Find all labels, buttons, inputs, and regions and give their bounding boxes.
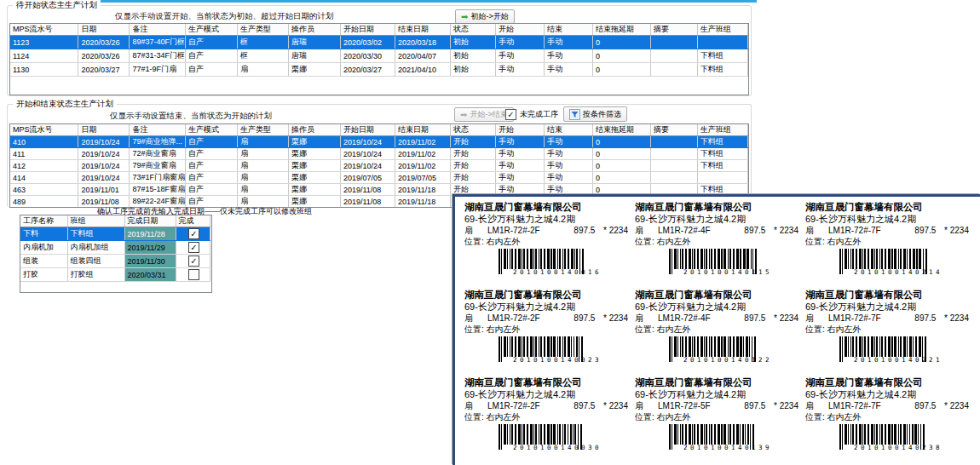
grid-cell[interactable]: 唐瑞	[288, 36, 340, 49]
grid-cell[interactable]: 扇	[238, 63, 289, 77]
grid-cell[interactable]: 87#31-34F门框	[130, 49, 186, 63]
column-header[interactable]: 开始日期	[340, 24, 395, 36]
column-header[interactable]: 生产班组	[697, 124, 747, 136]
column-header[interactable]: 工序名称	[20, 215, 67, 227]
column-header[interactable]: 日期	[78, 24, 130, 36]
grid-cell[interactable]: 2019/11/01	[78, 184, 130, 196]
grid-cell[interactable]: 2019/11/08	[340, 196, 395, 208]
grid-cell[interactable]: 手动	[544, 160, 592, 172]
grid-cell[interactable]	[650, 63, 697, 77]
grid-cell[interactable]: 初始	[450, 36, 495, 49]
grid-cell[interactable]: 下料组	[697, 49, 747, 63]
column-header[interactable]: 生产模式	[186, 124, 238, 136]
column-header[interactable]: 结束	[544, 24, 592, 36]
done-checkbox[interactable]	[188, 269, 199, 280]
grid-cell[interactable]: 栗娜	[288, 136, 340, 148]
grid-cell[interactable]: 自产	[186, 136, 238, 148]
column-header[interactable]: 摘要	[650, 24, 697, 36]
grid-cell[interactable]: 1123	[10, 36, 78, 49]
grid-cell[interactable]: 2020/03/26	[78, 49, 130, 63]
column-header[interactable]: 班组	[67, 215, 124, 227]
grid-cell[interactable]: 自产	[186, 36, 238, 49]
grid-cell[interactable]: 412	[10, 160, 78, 172]
column-header[interactable]: 备注	[130, 24, 186, 36]
grid-cell[interactable]: 扇	[238, 148, 289, 160]
column-header[interactable]: 状态	[450, 24, 495, 36]
column-header[interactable]: 备注	[130, 124, 186, 136]
column-header[interactable]: 结束	[544, 124, 592, 136]
table-row[interactable]: 组装组装四组2019/11/30✓	[20, 255, 210, 268]
grid-cell[interactable]: 2019/11/02	[395, 136, 450, 148]
grid-cell[interactable]: 组装四组	[67, 255, 124, 268]
table-row[interactable]: 4122019/10/2479#商业窗扇自产扇栗娜2019/10/242019/…	[10, 160, 748, 172]
grid-cell[interactable]	[650, 148, 697, 160]
column-header[interactable]: 结束拖延期	[592, 124, 650, 136]
grid-cell[interactable]: 内扇机加组	[67, 241, 124, 255]
grid-cell[interactable]: 2021/04/10	[395, 63, 450, 77]
grid-cell[interactable]	[650, 36, 697, 49]
grid-cell[interactable]: 2019/11/29	[124, 241, 176, 255]
grid-cell[interactable]: 2019/11/18	[395, 196, 450, 208]
grid-cell[interactable]: 自产	[186, 63, 238, 77]
grid-cell[interactable]: 下料组	[697, 148, 747, 160]
grid-cell[interactable]: 0	[592, 63, 650, 77]
grid-cell[interactable]: 手动	[495, 160, 544, 172]
column-header[interactable]: 生产模式	[186, 24, 238, 36]
column-header[interactable]: 结束日期	[395, 124, 450, 136]
grid-cell[interactable]: 0	[592, 136, 650, 148]
grid-cell[interactable]: 下料组	[697, 63, 747, 77]
grid-cell[interactable]	[650, 172, 697, 184]
grid-cell[interactable]: 手动	[544, 136, 592, 148]
grid-cell[interactable]: 2019/07/05	[340, 172, 395, 184]
grid-cell[interactable]: 2019/07/05	[395, 172, 450, 184]
column-header[interactable]: 摘要	[650, 124, 697, 136]
grid-cell[interactable]: 打胶	[20, 268, 67, 282]
column-header[interactable]: 完成日期	[124, 215, 176, 227]
grid-cell[interactable]: 72#商业窗扇	[130, 148, 186, 160]
grid-cell[interactable]: 2019/10/24	[78, 172, 130, 184]
grid-cell[interactable]: 扇	[238, 160, 289, 172]
grid-cell[interactable]: 79#商业地弹...	[130, 136, 186, 148]
grid-cell[interactable]: 初始	[450, 49, 495, 63]
table-row[interactable]: 4112019/10/2472#商业窗扇自产扇栗娜2019/10/242019/…	[10, 148, 748, 160]
grid-cell[interactable]: 扇	[238, 172, 289, 184]
grid-cell[interactable]: 手动	[495, 49, 544, 63]
grid-cell[interactable]: 1124	[10, 49, 78, 63]
grid-cell[interactable]: 2019/11/02	[395, 148, 450, 160]
grid-cell[interactable]: 0	[592, 172, 650, 184]
grid-cell[interactable]: 栗娜	[288, 172, 340, 184]
grid-cell[interactable]: 栗娜	[288, 63, 340, 77]
done-checkbox[interactable]: ✓	[188, 255, 199, 267]
table-row[interactable]: 下料下料组2019/11/28✓	[20, 227, 210, 241]
grid-cell[interactable]: 2019/11/18	[395, 184, 450, 196]
grid-cell[interactable]: 手动	[495, 148, 544, 160]
grid-cell[interactable]: 手动	[544, 49, 592, 63]
grid-cell[interactable]: 手动	[495, 136, 544, 148]
table-row[interactable]: 11232020/03/2689#37-40F门框自产框唐瑞2020/03/02…	[10, 36, 748, 49]
grid-cell[interactable]	[697, 172, 747, 184]
grid-cell[interactable]	[176, 268, 210, 282]
grid-cell[interactable]	[650, 160, 697, 172]
grid-cell[interactable]	[697, 36, 747, 49]
grid-cell[interactable]: 2020/03/02	[340, 36, 395, 49]
grid-cell[interactable]: 手动	[544, 36, 592, 49]
table-row[interactable]: 4102019/10/2479#商业地弹...自产扇栗娜2019/10/2420…	[10, 136, 748, 148]
grid-cell[interactable]: 0	[592, 148, 650, 160]
grid-cell[interactable]: 2020/04/07	[395, 49, 450, 63]
grid-cell[interactable]: 手动	[495, 63, 544, 77]
grid-cell[interactable]: 下料组	[67, 227, 124, 241]
grid-cell[interactable]: 扇	[238, 136, 289, 148]
grid-cell[interactable]: 2019/11/02	[395, 160, 450, 172]
grid-cell[interactable]: 1130	[10, 63, 78, 77]
grid-cell[interactable]: ✓	[176, 227, 210, 241]
grid-cell[interactable]: 下料	[20, 227, 67, 241]
grid-cell[interactable]: 77#1-9F门扇	[130, 63, 186, 77]
grid-cell[interactable]: 414	[10, 172, 78, 184]
grid-cell[interactable]: 栗娜	[288, 160, 340, 172]
grid-cell[interactable]: 87#15-18F窗扇	[130, 184, 186, 196]
done-checkbox[interactable]: ✓	[188, 242, 199, 253]
column-header[interactable]: 完成	[176, 215, 210, 227]
column-header[interactable]: 生产类型	[238, 124, 289, 136]
grid-cell[interactable]: 手动	[544, 63, 592, 77]
grid-cell[interactable]: 内扇机加	[20, 241, 67, 255]
